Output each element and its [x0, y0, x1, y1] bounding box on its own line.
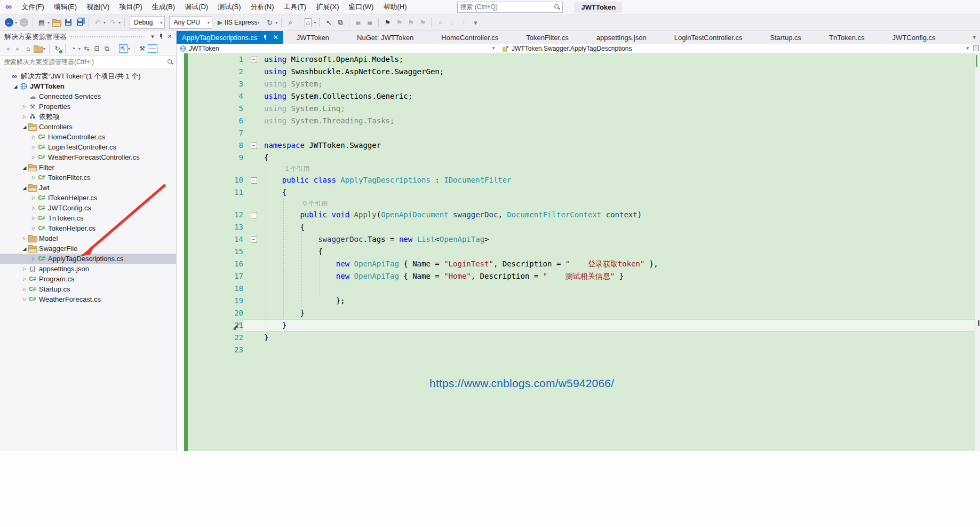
tab-jwtconfig-cs[interactable]: JWTConfig.cs [879, 31, 950, 44]
comment-lines-icon[interactable]: ≣ [353, 17, 363, 28]
code-line-18[interactable]: 18 [177, 282, 975, 295]
code-line-4[interactable]: 4using System.Collections.Generic; [177, 90, 975, 103]
nav-up-icon[interactable]: ↑ [458, 17, 469, 28]
collapse-icon[interactable]: ◢ [21, 185, 28, 191]
code-line-22[interactable]: 22} [177, 332, 975, 344]
dropdown-arrow-icon[interactable]: ▾ [78, 46, 81, 51]
tree-item-appsettings-json[interactable]: ▷{;}appsettings.json [0, 264, 176, 274]
find-in-files-icon[interactable]: ⌕ [285, 17, 296, 28]
select-element-icon[interactable]: ↖ [323, 17, 334, 28]
code-line-11[interactable]: 11 { [177, 186, 975, 199]
chevron-down-icon[interactable]: ▼ [491, 46, 499, 51]
code-line-14[interactable]: 14− swaggerDoc.Tags = new List<OpenApiTa… [177, 233, 975, 246]
expand-icon[interactable]: ▷ [30, 195, 37, 200]
sx-pending-filter-icon[interactable]: ◔ [69, 43, 78, 54]
collapse-icon[interactable]: ◢ [21, 246, 28, 251]
tree-item-weatherforecastcontroller-cs[interactable]: ▷C#WeatherForecastController.cs [0, 152, 176, 162]
dropdown-arrow-icon[interactable]: ▾ [275, 20, 277, 25]
dropdown-arrow-icon[interactable]: ▾ [103, 20, 106, 25]
tree-item-filter[interactable]: ◢Filter [0, 162, 176, 172]
outline-collapse-box[interactable]: − [243, 209, 264, 221]
sx-sync-selection-icon[interactable]: ↻ [53, 43, 62, 54]
chevron-down-icon[interactable]: ▼ [966, 46, 973, 51]
close-icon[interactable]: ✕ [165, 33, 174, 40]
tree-item-model[interactable]: ▷Model [0, 233, 176, 243]
code-line-12[interactable]: 12− public void Apply(OpenApiDocument sw… [177, 209, 975, 221]
toolbar-grip[interactable] [318, 18, 321, 27]
expand-icon[interactable]: ▷ [30, 155, 37, 160]
code-line-8[interactable]: 8−namespace JWTToken.Swagger [177, 139, 975, 152]
type-member-dropdown[interactable]: JWTToken.Swagger.ApplyTagDescriptions ▼ [499, 45, 980, 52]
tree-item-tntoken-cs[interactable]: ▷C#TnToken.cs [0, 213, 176, 223]
sx-refresh-icon[interactable]: ⇆ [82, 43, 91, 54]
open-file-icon[interactable] [51, 17, 62, 28]
menu-item[interactable]: 窗口(W) [344, 0, 379, 14]
outline-collapse-box[interactable]: − [243, 174, 264, 186]
code-line-2[interactable]: 2using Swashbuckle.AspNetCore.SwaggerGen… [177, 66, 975, 78]
expand-icon[interactable]: ▷ [30, 145, 37, 150]
menu-item[interactable]: 测试(S) [213, 0, 245, 14]
nav-forward-icon[interactable]: → [19, 17, 29, 28]
tree-item-logintestcontroller-cs[interactable]: ▷C#LoginTestController.cs [0, 142, 176, 152]
start-debug-button[interactable]: ▶IIS Express▾ [218, 19, 261, 26]
code-line-23[interactable]: 23 [177, 344, 975, 356]
close-icon[interactable]: ✕ [273, 34, 278, 41]
expand-icon[interactable]: ▷ [30, 226, 37, 231]
menu-item[interactable]: 工具(T) [279, 0, 312, 14]
sx-properties-pages-icon[interactable]: ⧉ [102, 43, 111, 54]
code-line-15[interactable]: 15 { [177, 246, 975, 258]
tree-item-tokenhelper-cs[interactable]: ▷C#TokenHelper.cs [0, 223, 176, 233]
tab-startup-cs[interactable]: Startup.cs [756, 31, 816, 44]
expand-icon[interactable]: ▷ [30, 135, 37, 139]
menu-item[interactable]: 调试(D) [180, 0, 213, 14]
codelens-references[interactable]: 1 个引用 [177, 164, 975, 174]
collapse-icon[interactable]: ◢ [21, 124, 28, 130]
dropdown-arrow-icon[interactable]: ▾ [15, 20, 17, 25]
code-line-10[interactable]: 10− public class ApplyTagDescriptions : … [177, 174, 975, 186]
chevron-down-icon[interactable]: ▾ [160, 20, 162, 25]
code-line-17[interactable]: 17 new OpenApiTag { Name = "Home", Descr… [177, 270, 975, 282]
solution-explorer-search-input[interactable] [1, 58, 166, 66]
menu-item[interactable]: 生成(B) [147, 0, 180, 14]
expand-icon[interactable]: ▷ [21, 297, 28, 302]
collapse-icon[interactable]: ◢ [12, 84, 19, 89]
undo-icon[interactable]: ↶ [92, 17, 103, 28]
platform-combo[interactable]: Any CPU▾ [169, 16, 212, 29]
code-line-6[interactable]: 6using System.Threading.Tasks; [177, 115, 975, 127]
collapse-icon[interactable]: ◢ [21, 165, 28, 170]
codelens-references[interactable]: 0 个引用 [177, 199, 975, 209]
save-icon[interactable] [63, 17, 74, 28]
menu-item[interactable]: 帮助(H) [378, 0, 411, 14]
expand-icon[interactable]: ▷ [21, 287, 28, 292]
menu-item[interactable]: 编辑(E) [49, 0, 82, 14]
pin-icon[interactable] [263, 35, 268, 41]
project-dropdown[interactable]: JWTToken ▼ [177, 45, 499, 52]
tab-homecontroller-cs[interactable]: HomeController.cs [427, 31, 512, 44]
bookmark-prev-icon[interactable]: ⚑ [394, 17, 404, 28]
tree-item--jwttoken-1-1-[interactable]: ∞解决方案“JWTToken”(1 个项目/共 1 个) [0, 71, 176, 81]
screwdriver-quick-action-icon[interactable] [233, 321, 241, 329]
tab-appsettings-json[interactable]: appsettings.json [583, 31, 660, 44]
tree-item-tokenfilter-cs[interactable]: ▷C#TokenFilter.cs [0, 172, 176, 183]
expand-icon[interactable]: ▷ [21, 114, 28, 119]
expand-icon[interactable]: ▷ [30, 256, 37, 261]
dropdown-arrow-icon[interactable]: ▾ [314, 20, 316, 25]
tree-item-program-cs[interactable]: ▷C#Program.cs [0, 274, 176, 284]
tree-item-jwttoken[interactable]: ◢JWTToken [0, 81, 176, 91]
global-search-input[interactable] [458, 3, 553, 11]
expand-icon[interactable]: ▷ [21, 266, 28, 271]
tree-item-properties[interactable]: ▷⚒Properties [0, 101, 176, 112]
code-line-16[interactable]: 16 new OpenApiTag { Name = "LoginTest", … [177, 258, 975, 270]
menu-item[interactable]: 视图(V) [82, 0, 114, 14]
tab-applytagdescriptions-cs[interactable]: ApplyTagDescriptions.cs✕ [177, 31, 283, 44]
browse-home-icon[interactable]: ⌂ [302, 17, 313, 28]
expand-icon[interactable]: ▷ [30, 175, 37, 180]
tree-item-homecontroller-cs[interactable]: ▷C#HomeController.cs [0, 132, 176, 142]
menu-item[interactable]: 项目(P) [114, 0, 147, 14]
code-surface[interactable]: 1−using Microsoft.OpenApi.Models;2using … [177, 53, 980, 451]
code-search-icon[interactable]: ⌕ [435, 17, 445, 28]
outline-collapse-box[interactable]: − [243, 139, 264, 152]
tab-tntoken-cs[interactable]: TnToken.cs [815, 31, 878, 44]
code-line-5[interactable]: 5using System.Linq; [177, 103, 975, 115]
tree-item-jwtconfig-cs[interactable]: ▷C#JWTConfig.cs [0, 203, 176, 213]
